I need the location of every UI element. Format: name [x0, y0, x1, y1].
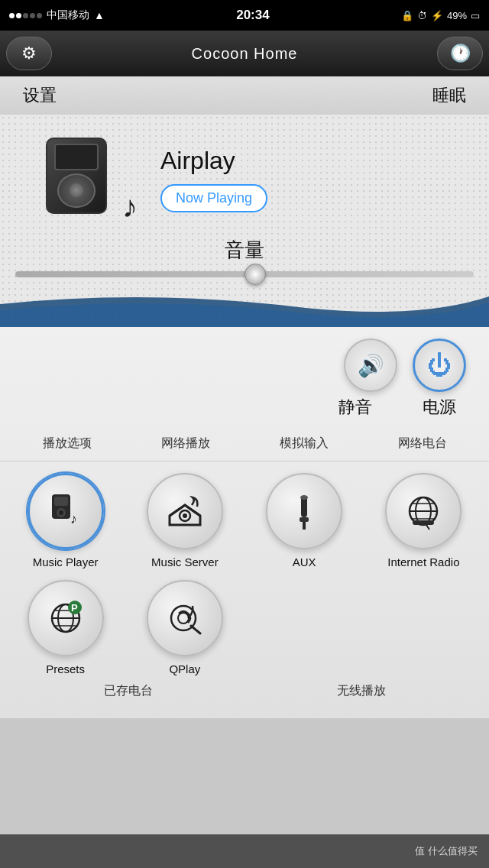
svg-line-27 [191, 626, 200, 633]
qplay-label: QPlay [169, 662, 200, 675]
control-labels: 静音 电源 [0, 396, 489, 426]
svg-point-10 [300, 495, 308, 500]
nav-tabs: 播放选项 网络播放 模拟输入 网络电台 [0, 426, 489, 462]
svg-rect-16 [413, 520, 434, 525]
music-server-circle[interactable] [147, 473, 223, 549]
source-grid: ♪ Music Player Music Server [0, 462, 489, 580]
header-bar: ⚙ Cocoon Home 🕐 [0, 31, 489, 76]
svg-text:♪: ♪ [70, 511, 77, 526]
internet-radio-circle[interactable] [385, 473, 461, 549]
app-title: Cocoon Home [192, 45, 298, 63]
wifi-icon: ▲ [94, 9, 105, 21]
power-label: 电源 [413, 396, 466, 419]
ipod-screen [54, 144, 99, 170]
ipod-icon [46, 138, 107, 214]
volume-label: 音量 [15, 237, 474, 264]
presets-circle[interactable]: P [28, 580, 104, 656]
lower-area: 🔊 ⏻ 静音 电源 播放选项 网络播放 模拟输入 网络电台 ♪ [0, 327, 489, 718]
airplay-title: Airplay [160, 147, 267, 175]
power-button[interactable]: ⏻ [413, 338, 466, 392]
svg-point-3 [59, 510, 63, 515]
source-item-qplay[interactable]: QPlay [131, 580, 238, 675]
chinese-sublabels: 已存电台 无线播放 [0, 683, 489, 703]
music-icon-container: ♪ [46, 138, 138, 222]
svg-rect-9 [303, 522, 306, 530]
music-note-icon: ♪ [122, 191, 138, 222]
svg-rect-8 [300, 517, 309, 522]
ipod-center-btn [70, 183, 83, 197]
tab-network-play[interactable]: 网络播放 [157, 432, 215, 455]
music-server-label: Music Server [151, 555, 219, 568]
music-player-label: Music Player [33, 555, 99, 568]
main-area: ♪ Airplay Now Playing 音量 [0, 115, 489, 327]
status-right: 🔒 ⏱ ⚡ 49% ▭ [401, 10, 480, 21]
source-item-presets[interactable]: P Presets [11, 580, 119, 675]
timer-icon: ⏱ [417, 10, 427, 21]
tab-internet-radio[interactable]: 网络电台 [393, 432, 452, 455]
lock-icon: 🔒 [401, 10, 413, 21]
music-player-circle[interactable]: ♪ [28, 473, 104, 549]
watermark-text: 值 什么值得买 [415, 844, 478, 858]
internet-radio-label: Internet Radio [387, 555, 459, 568]
source-item-music-server[interactable]: Music Server [131, 473, 238, 568]
svg-point-6 [183, 513, 187, 518]
tab-play-options[interactable]: 播放选项 [38, 432, 96, 455]
tab-analog-input[interactable]: 模拟输入 [275, 432, 333, 455]
settings-label[interactable]: 设置 [23, 84, 57, 107]
gear-icon: ⚙ [21, 44, 37, 63]
svg-line-17 [426, 525, 429, 530]
controls-row: 🔊 ⏻ [0, 327, 489, 396]
bottom-bar: 值 什么值得买 [0, 834, 489, 868]
svg-text:P: P [71, 602, 78, 614]
battery-icon: ▭ [471, 10, 480, 21]
volume-slider[interactable] [15, 271, 474, 277]
volume-thumb[interactable] [244, 264, 266, 285]
settings-button[interactable]: ⚙ [6, 37, 52, 70]
sleep-label[interactable]: 睡眠 [432, 84, 466, 107]
mute-label: 静音 [329, 396, 382, 419]
bluetooth-icon: ⚡ [431, 10, 443, 21]
status-left: 中国移动 ▲ [9, 8, 105, 22]
ipod-wheel [57, 173, 96, 208]
aux-label: AUX [293, 555, 316, 568]
presets-label: Presets [46, 662, 85, 675]
airplay-section: ♪ Airplay Now Playing [0, 115, 489, 237]
presets-chinese-label: 已存电台 [90, 683, 167, 699]
qplay-chinese-label: 无线播放 [323, 683, 400, 699]
source-item-internet-radio[interactable]: Internet Radio [370, 473, 478, 568]
carrier-label: 中国移动 [47, 8, 89, 22]
source-grid-row2: P Presets QPlay [0, 580, 489, 683]
source-item-music-player[interactable]: ♪ Music Player [11, 473, 119, 568]
aux-circle[interactable] [266, 473, 342, 549]
signal-indicator [9, 13, 42, 18]
volume-section: 音量 [0, 237, 489, 289]
speaker-icon: 🔊 [358, 353, 384, 378]
time-display: 20:34 [236, 8, 269, 23]
power-icon: ⏻ [427, 351, 452, 380]
svg-point-26 [178, 613, 189, 623]
qplay-circle[interactable] [147, 580, 223, 656]
clock-button[interactable]: 🕐 [437, 37, 483, 70]
status-bar: 中国移动 ▲ 20:34 🔒 ⏱ ⚡ 49% ▭ [0, 0, 489, 31]
airplay-info: Airplay Now Playing [160, 147, 267, 212]
clock-icon: 🕐 [450, 44, 471, 63]
battery-label: 49% [447, 10, 467, 21]
svg-rect-1 [54, 497, 68, 506]
mute-button[interactable]: 🔊 [344, 338, 397, 392]
wave-divider [0, 289, 489, 327]
now-playing-button[interactable]: Now Playing [160, 184, 267, 212]
source-item-aux[interactable]: AUX [251, 473, 358, 568]
top-labels-bar: 设置 睡眠 [0, 76, 489, 115]
